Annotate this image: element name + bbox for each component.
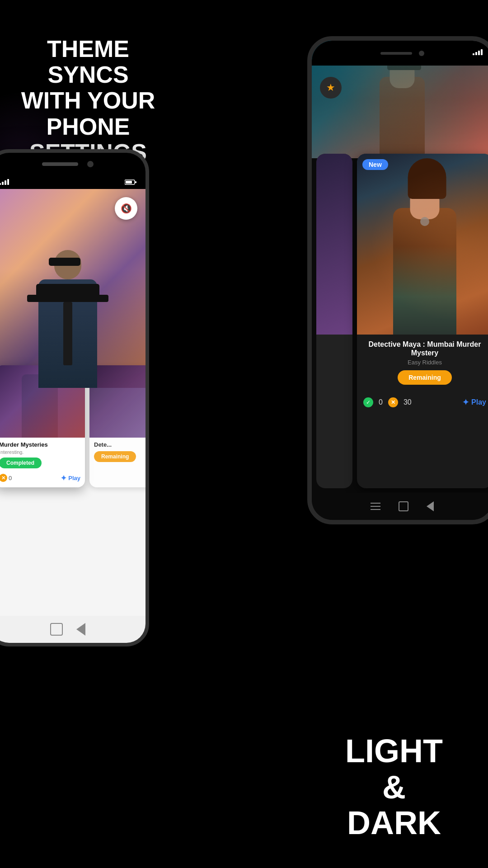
right-notch-pill (380, 52, 412, 55)
headline-text: THEME SYNCS WITH YOUR PHONE SETTINGS (21, 36, 155, 165)
hamburger-line3 (371, 509, 380, 510)
right-card-image: New (357, 154, 488, 335)
card-ambient-light (357, 154, 488, 335)
score-value: 0 (9, 475, 12, 481)
right-cards-area: New Detective Maya : Mumbai Murder Myste… (312, 149, 488, 493)
mute-button[interactable]: 🔇 (115, 197, 137, 220)
x-orange-icon: ✕ (388, 397, 398, 407)
notch-dot (87, 161, 94, 167)
play-button[interactable]: ✦ Play (61, 474, 80, 482)
partial-card-image (316, 154, 352, 335)
card1-subtitle: Interesting. (0, 449, 80, 455)
right-nav-back[interactable] (427, 501, 434, 511)
card1-info: Murder Mysteries Interesting. Completed (0, 438, 85, 472)
play-star-icon: ✦ (462, 397, 469, 407)
svg-rect-0 (0, 183, 1, 185)
svg-rect-2 (5, 180, 6, 185)
right-phone: ★ New (307, 36, 488, 524)
right-card-title: Detective Maya : Mumbai Murder Mystery (363, 340, 486, 357)
card2-info: Dete... Remaining (89, 438, 145, 466)
remaining-button[interactable]: Remaining (94, 451, 136, 462)
signal-icon (0, 179, 12, 186)
right-nav-square[interactable] (399, 501, 408, 511)
left-phone-status-bar (0, 175, 145, 189)
right-notch-dot (419, 51, 424, 56)
svg-rect-1 (2, 182, 4, 185)
svg-rect-5 (126, 181, 132, 184)
card1-bottom-row: ✕ 0 ✦ Play (0, 472, 85, 484)
hamburger-nav[interactable] (371, 503, 380, 510)
right-card-bottom-row: ✓ 0 ✕ 30 ✦ Play (357, 395, 488, 413)
main-headline: THEME SYNCS WITH YOUR PHONE SETTINGS (18, 36, 158, 165)
svg-rect-9 (478, 51, 480, 55)
check-score: 0 (379, 398, 383, 406)
card2-bg (89, 365, 145, 438)
play-label: Play (68, 475, 80, 481)
card-detective-partial[interactable]: Dete... Remaining (89, 365, 145, 487)
nav-square-button[interactable] (50, 623, 63, 636)
score-display: ✕ 0 (0, 474, 12, 482)
nav-back-button[interactable] (76, 623, 85, 636)
mute-icon: 🔇 (121, 203, 132, 214)
right-main-card[interactable]: New Detective Maya : Mumbai Murder Myste… (357, 154, 488, 488)
svg-rect-10 (481, 49, 483, 55)
right-signal (473, 49, 483, 57)
sunglasses (49, 258, 80, 266)
bottom-headline: LIGHT & DARK (345, 733, 443, 841)
hamburger-line1 (371, 503, 380, 504)
card1-title: Murder Mysteries (0, 441, 80, 448)
star-icon: ★ (326, 82, 335, 94)
right-play-button[interactable]: ✦ Play (462, 397, 486, 407)
bottom-line1: LIGHT (345, 733, 443, 769)
partial-left-card[interactable] (316, 154, 352, 488)
notch-pill (42, 162, 78, 166)
right-phone-notch (312, 41, 488, 66)
right-card-subtitle: Easy Riddles (363, 359, 486, 366)
right-play-label: Play (471, 398, 486, 406)
x-score: 30 (404, 398, 412, 406)
right-phone-nav (312, 493, 488, 520)
left-phone-content: 🔇 Murder Mysteries Interesting. (0, 189, 145, 616)
left-phone-nav (0, 616, 145, 643)
bottom-line2: & (345, 769, 443, 805)
completed-button[interactable]: Completed (0, 458, 42, 468)
bottom-line3: DARK (345, 805, 443, 841)
svg-rect-8 (475, 52, 477, 55)
svg-rect-6 (135, 181, 136, 183)
hat-brim (27, 295, 108, 302)
card2-image (89, 365, 145, 438)
battery-icon (125, 179, 136, 185)
hamburger-line2 (371, 506, 380, 507)
left-hero-image: 🔇 (0, 189, 145, 388)
right-card-info: Detective Maya : Mumbai Murder Mystery E… (357, 335, 488, 395)
x-icon: ✕ (0, 474, 7, 482)
new-badge: New (362, 159, 388, 170)
left-phone: 🔇 Murder Mysteries Interesting. (0, 149, 149, 646)
check-green-icon: ✓ (363, 397, 373, 407)
svg-rect-3 (7, 179, 9, 185)
star-button[interactable]: ★ (320, 77, 342, 99)
tie (63, 302, 72, 365)
right-remaining-button[interactable]: Remaining (398, 370, 452, 385)
left-phone-notch (0, 153, 145, 175)
svg-rect-7 (473, 53, 474, 55)
right-phone-content: ★ New (312, 41, 488, 493)
card2-title: Dete... (94, 441, 145, 448)
